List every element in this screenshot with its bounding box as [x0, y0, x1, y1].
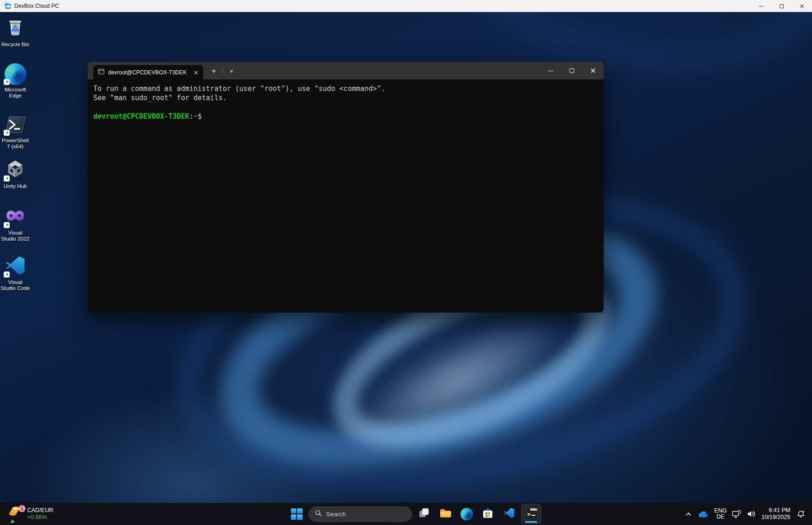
- taskbar-clock[interactable]: 6:41 PM 10/19/2025: [761, 507, 790, 521]
- task-view-icon: [418, 507, 430, 520]
- file-explorer-button[interactable]: [436, 505, 454, 523]
- widgets-button[interactable]: 1 CAD/EUR +0.56%: [5, 503, 57, 525]
- session-minimize-button[interactable]: [751, 0, 771, 12]
- desktop-icon-label: Microsoft Edge: [0, 87, 30, 99]
- prompt-symbol: $: [198, 112, 202, 121]
- desktop-icon-label: Visual Studio Code: [0, 279, 30, 291]
- clock-date: 10/19/2025: [761, 514, 790, 521]
- language-primary: ENG: [714, 508, 727, 514]
- session-titlebar: DevBox Cloud PC ×: [0, 0, 812, 12]
- language-secondary: DE: [716, 514, 724, 520]
- speaker-icon: [747, 510, 756, 518]
- terminal-tab[interactable]: devroot@CPCDEVBOX-T3DEK ×: [93, 65, 203, 79]
- terminal-minimize-button[interactable]: [540, 62, 561, 79]
- widget-badge: 1: [18, 505, 25, 512]
- desktop-icon-visual-studio-code[interactable]: Visual Studio Code: [0, 254, 30, 291]
- terminal-close-button[interactable]: ×: [582, 62, 604, 79]
- microsoft-store-icon: [482, 507, 494, 521]
- file-explorer-icon: [439, 507, 452, 520]
- system-tray: ENG DE: [685, 503, 809, 525]
- trend-up-icon: [10, 519, 15, 523]
- network-tray-button[interactable]: [732, 510, 741, 518]
- shortcut-arrow-icon: [4, 79, 10, 85]
- desktop-icon-powershell-7[interactable]: PowerShell 7 (x64): [0, 113, 30, 150]
- close-icon: ×: [590, 67, 596, 74]
- tab-dropdown-button[interactable]: ∨: [226, 68, 237, 74]
- terminal-tab-bar: devroot@CPCDEVBOX-T3DEK × + ∨ ×: [88, 62, 604, 79]
- prompt-separator: :: [189, 112, 194, 121]
- recycle-bin-icon: [5, 16, 26, 40]
- desktop-icon-microsoft-edge[interactable]: Microsoft Edge: [0, 62, 30, 99]
- terminal-content[interactable]: To run a command as administrator (user …: [88, 79, 604, 313]
- taskbar-center-icons: >: [287, 503, 541, 525]
- search-input[interactable]: [326, 511, 406, 518]
- maximize-icon: [780, 4, 784, 8]
- windows-start-icon: [291, 508, 303, 520]
- terminal-maximize-button[interactable]: [561, 62, 582, 79]
- shortcut-arrow-icon: [4, 130, 10, 136]
- terminal-window: devroot@CPCDEVBOX-T3DEK × + ∨ × To run a…: [88, 62, 604, 313]
- widget-pair-label: CAD/EUR: [27, 507, 53, 514]
- session-window-controls: ×: [751, 0, 812, 12]
- terminal-taskbar-button[interactable]: >: [521, 504, 541, 524]
- maximize-icon: [570, 68, 574, 73]
- task-view-button[interactable]: [415, 505, 433, 523]
- onedrive-tray-button[interactable]: [697, 510, 709, 518]
- clock-time: 6:41 PM: [769, 507, 790, 514]
- network-icon: [732, 510, 741, 518]
- svg-text:z: z: [802, 510, 804, 513]
- session-title: DevBox Cloud PC: [14, 3, 59, 9]
- desktop-icon-unity-hub[interactable]: Unity Hub: [0, 158, 30, 189]
- widget-change-value: +0.56%: [27, 514, 53, 521]
- shortcut-arrow-icon: [4, 272, 10, 278]
- new-tab-button[interactable]: +: [208, 67, 220, 75]
- prompt-user-host: devroot@CPCDEVBOX-T3DEK: [93, 112, 189, 121]
- windows-terminal-icon: >: [525, 508, 538, 520]
- minimize-icon: [759, 6, 764, 6]
- notification-bell-icon: z: [797, 510, 806, 519]
- terminal-window-controls: ×: [540, 62, 604, 79]
- session-maximize-button[interactable]: [771, 0, 792, 12]
- close-icon: ×: [799, 3, 805, 9]
- onedrive-cloud-icon: [697, 510, 709, 518]
- chevron-up-icon: [685, 511, 692, 517]
- desktop-icon-label: Recycle Bin: [0, 42, 30, 48]
- active-app-indicator: [525, 521, 537, 523]
- desktop-icon-recycle-bin[interactable]: Recycle Bin: [0, 17, 30, 48]
- prompt-path: ~: [194, 112, 198, 121]
- language-indicator[interactable]: ENG DE: [714, 508, 727, 520]
- devbox-app-icon: [4, 2, 11, 11]
- desktop-icon-label: Visual Studio 2022: [0, 230, 30, 242]
- desktop-icon-visual-studio-2022[interactable]: Visual Studio 2022: [0, 205, 30, 242]
- edge-taskbar-button[interactable]: [457, 505, 476, 523]
- remote-desktop-screen: DevBox Cloud PC × Recycle Bin: [0, 0, 812, 525]
- shortcut-arrow-icon: [4, 175, 10, 181]
- desktop-icon-label: Unity Hub: [0, 183, 30, 189]
- microsoft-store-button[interactable]: [479, 505, 497, 523]
- search-icon: [315, 510, 322, 519]
- terminal-prompt-line: devroot@CPCDEVBOX-T3DEK:~$: [93, 112, 598, 121]
- tab-bar-separator: [223, 67, 223, 74]
- desktop-icon-label: PowerShell 7 (x64): [0, 138, 30, 150]
- tray-overflow-button[interactable]: [685, 511, 692, 517]
- taskbar-search-box[interactable]: [309, 507, 412, 522]
- minimize-icon: [548, 71, 553, 71]
- vscode-icon: [503, 507, 515, 521]
- session-close-button[interactable]: ×: [792, 0, 812, 12]
- terminal-motd-line1: To run a command as administrator (user …: [93, 84, 598, 93]
- taskbar: 1 CAD/EUR +0.56%: [0, 503, 812, 525]
- notification-center-button[interactable]: z: [797, 510, 806, 519]
- cmd-tab-icon: [98, 68, 104, 76]
- shortcut-arrow-icon: [4, 222, 10, 228]
- terminal-tab-title: devroot@CPCDEVBOX-T3DEK: [108, 69, 188, 76]
- vscode-taskbar-button[interactable]: [500, 505, 518, 523]
- volume-tray-button[interactable]: [747, 510, 756, 518]
- start-button[interactable]: [287, 505, 306, 523]
- edge-icon: [461, 508, 473, 520]
- tab-close-button[interactable]: ×: [192, 69, 200, 76]
- terminal-motd-line2: See "man sudo_root" for details.: [93, 93, 598, 103]
